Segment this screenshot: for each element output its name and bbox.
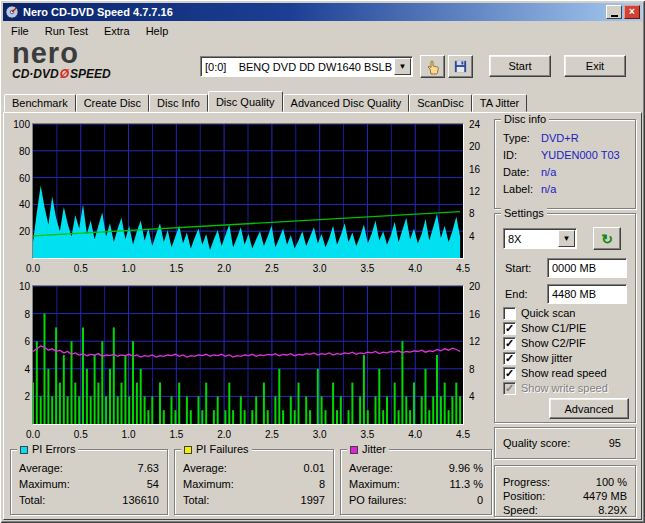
- stats-title-text: PI Errors: [32, 443, 75, 455]
- tab-disc-quality[interactable]: Disc Quality: [208, 91, 283, 112]
- refresh-speeds-button[interactable]: ↻: [593, 227, 621, 250]
- y2-axis-tick-label: 8: [469, 364, 491, 375]
- start-position-field[interactable]: 0000 MB: [547, 258, 627, 278]
- tab-advanced-disc-quality[interactable]: Advanced Disc Quality: [283, 94, 410, 112]
- y-axis-tick-label: 2: [5, 391, 30, 402]
- stats-value: 136610: [122, 494, 159, 506]
- advanced-button[interactable]: Advanced: [549, 398, 629, 419]
- tab-ta-jitter[interactable]: TA Jitter: [472, 94, 528, 112]
- stats-label: Maximum:: [349, 478, 400, 490]
- quality-score-value: 95: [609, 437, 621, 449]
- checkbox-box[interactable]: ✓: [503, 367, 516, 380]
- y2-axis-tick-label: 8: [469, 208, 491, 219]
- progress-label: Speed:: [503, 504, 538, 516]
- pi-failures-legend-icon: [184, 446, 192, 454]
- nero-brand-text: nero: [12, 40, 182, 67]
- chevron-down-icon[interactable]: ▼: [558, 230, 575, 247]
- checkbox-show-read-speed[interactable]: ✓Show read speed: [503, 366, 607, 380]
- pi-errors-chart: [32, 123, 464, 259]
- progress-value: 4479 MB: [583, 490, 627, 502]
- drive-select[interactable]: [0:0] BENQ DVD DD DW1640 BSLB ▼: [200, 56, 413, 77]
- start-button[interactable]: Start: [489, 55, 551, 77]
- jitter-legend-icon: [350, 446, 358, 454]
- progress-row-speed: Speed:8.29X: [503, 504, 627, 516]
- x-axis-tick-label: 4.5: [452, 429, 474, 440]
- y2-axis-tick-label: 20: [469, 281, 491, 292]
- settings-group: Settings 8X ▼ ↻ Start: 0000 MB End: 4480…: [494, 213, 636, 423]
- stats-group-pi-errors: PI ErrorsAverage:7.63Maximum:54Total:136…: [10, 449, 168, 515]
- checkbox-box[interactable]: [503, 307, 516, 320]
- close-icon: ×: [629, 7, 635, 17]
- end-position-label: End:: [505, 288, 528, 300]
- checkbox-show-c2-pif[interactable]: ✓Show C2/PIF: [503, 336, 586, 350]
- stats-value: 0: [477, 494, 483, 506]
- checkbox-box[interactable]: ✓: [503, 352, 516, 365]
- stats-row-total: Total:1997: [183, 494, 325, 506]
- run-options-button[interactable]: [420, 55, 445, 78]
- checkbox-show-write-speed: ✓Show write speed: [503, 381, 608, 395]
- save-results-button[interactable]: [448, 55, 473, 78]
- refresh-icon: ↻: [601, 231, 613, 247]
- stats-row-maximum: Maximum:8: [183, 478, 325, 490]
- y2-axis-tick-label: 16: [469, 164, 491, 175]
- progress-group: Progress:100 %Position:4479 MBSpeed:8.29…: [494, 465, 636, 517]
- y-axis-tick-label: 8: [5, 309, 30, 320]
- y-axis-tick-label: 4: [5, 364, 30, 375]
- stats-row-total: Total:136610: [19, 494, 159, 506]
- pi-errors-legend-icon: [20, 446, 28, 454]
- disc-quality-panel: Disc info Type:DVD+RID:YUDEN000 T03Date:…: [3, 112, 642, 520]
- stats-label: Total:: [183, 494, 209, 506]
- end-position-field[interactable]: 4480 MB: [547, 284, 627, 304]
- disc-info-value: n/a: [541, 183, 556, 195]
- stats-label: Maximum:: [19, 478, 70, 490]
- y2-axis-tick-label: 12: [469, 186, 491, 197]
- disc-info-title: Disc info: [501, 113, 549, 125]
- progress-label: Progress:: [503, 476, 550, 488]
- x-axis-tick-label: 2.5: [261, 429, 283, 440]
- checkbox-box[interactable]: ✓: [503, 322, 516, 335]
- checkbox-box[interactable]: ✓: [503, 337, 516, 350]
- slashed-o-logo-icon: Ø: [59, 67, 70, 81]
- y-axis-tick-label: 40: [5, 199, 30, 210]
- tab-benchmark[interactable]: Benchmark: [4, 94, 76, 112]
- checkbox-label: Show C1/PIE: [521, 322, 586, 334]
- disc-info-value: YUDEN000 T03: [541, 149, 620, 161]
- disc-info-row-label: Label:n/a: [503, 183, 556, 195]
- checkbox-show-c1-pie[interactable]: ✓Show C1/PIE: [503, 321, 586, 335]
- stats-value: 7.63: [138, 462, 159, 474]
- menu-item-extra[interactable]: Extra: [96, 23, 138, 39]
- checkbox-label: Show C2/PIF: [521, 337, 586, 349]
- checkbox-show-jitter[interactable]: ✓Show jitter: [503, 351, 572, 365]
- stats-title: PI Errors: [17, 443, 78, 455]
- chevron-down-icon[interactable]: ▼: [394, 58, 411, 75]
- progress-label: Position:: [503, 490, 545, 502]
- y-axis-tick-label: 60: [5, 173, 30, 184]
- exit-button[interactable]: Exit: [564, 55, 626, 77]
- stats-label: Average:: [183, 462, 227, 474]
- minimize-button[interactable]: [606, 5, 622, 19]
- stats-value: 11.3 %: [450, 478, 483, 490]
- disc-info-label: Label:: [503, 183, 541, 195]
- tab-create-disc[interactable]: Create Disc: [76, 94, 149, 112]
- tab-disc-info[interactable]: Disc Info: [149, 94, 208, 112]
- close-button[interactable]: ×: [624, 5, 640, 19]
- x-axis-tick-label: 0.0: [22, 263, 44, 274]
- disc-info-row-type: Type:DVD+R: [503, 132, 579, 144]
- menu-item-help[interactable]: Help: [138, 23, 177, 39]
- x-axis-tick-label: 3.5: [356, 263, 378, 274]
- checkbox-label: Show jitter: [521, 352, 572, 364]
- stats-value: 54: [147, 478, 159, 490]
- scan-speed-select[interactable]: 8X ▼: [503, 228, 577, 249]
- checkbox-quick-scan[interactable]: Quick scan: [503, 306, 575, 320]
- minimize-icon: [611, 15, 618, 17]
- stats-label: PO failures:: [349, 494, 406, 506]
- stats-label: Average:: [19, 462, 63, 474]
- stats-label: Average:: [349, 462, 393, 474]
- stats-group-pi-failures: PI FailuresAverage:0.01Maximum:8Total:19…: [174, 449, 334, 515]
- y2-axis-tick-label: 4: [469, 391, 491, 402]
- x-axis-tick-label: 4.5: [452, 263, 474, 274]
- x-axis-tick-label: 3.0: [309, 429, 331, 440]
- tab-scandisc[interactable]: ScanDisc: [409, 94, 471, 112]
- y2-axis-tick-label: 24: [469, 119, 491, 130]
- x-axis-tick-label: 2.0: [213, 429, 235, 440]
